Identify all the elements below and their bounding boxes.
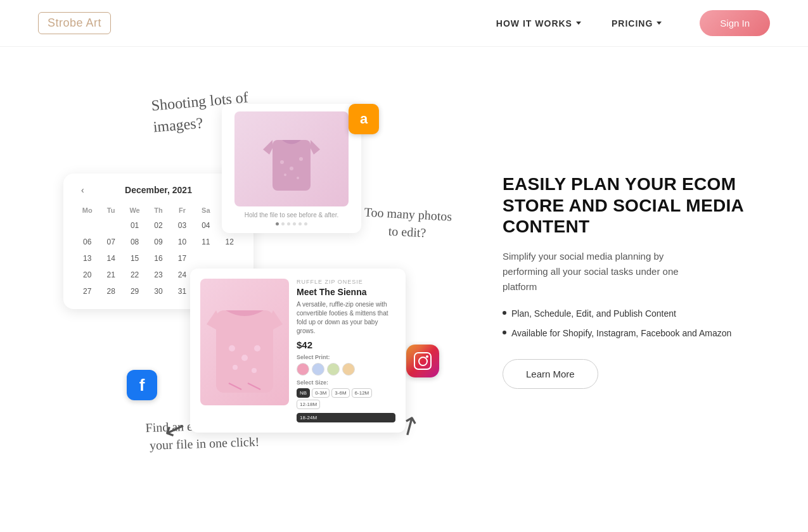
chevron-down-icon bbox=[576, 22, 581, 25]
listing-image bbox=[200, 279, 289, 405]
cal-day[interactable]: 23 bbox=[147, 267, 169, 282]
svg-point-7 bbox=[229, 345, 235, 352]
cal-day[interactable]: 28 bbox=[99, 284, 122, 299]
svg-point-5 bbox=[297, 177, 299, 179]
cal-day[interactable]: 07 bbox=[99, 234, 122, 250]
dot bbox=[304, 222, 307, 225]
bullet-item: Plan, Schedule, Edit, and Publish Conten… bbox=[503, 307, 770, 320]
chevron-down-icon bbox=[657, 22, 662, 25]
bullet-text: Plan, Schedule, Edit, and Publish Conten… bbox=[511, 307, 676, 320]
svg-point-1 bbox=[280, 160, 284, 164]
cal-day[interactable]: 14 bbox=[99, 251, 122, 266]
cal-day[interactable]: 10 bbox=[171, 234, 193, 250]
listing-onesie-illustration bbox=[207, 285, 283, 399]
cal-day[interactable]: 04 bbox=[195, 218, 217, 233]
bullet-list: Plan, Schedule, Edit, and Publish Conten… bbox=[503, 307, 770, 340]
dot bbox=[276, 222, 279, 225]
cal-day[interactable]: 29 bbox=[124, 284, 146, 299]
svg-point-11 bbox=[252, 368, 257, 373]
cal-day[interactable]: 17 bbox=[171, 251, 193, 266]
cal-day bbox=[99, 218, 122, 233]
cal-day[interactable]: 15 bbox=[124, 251, 146, 266]
left-illustration: Shooting lots ofimages? Too many photost… bbox=[63, 72, 465, 503]
print-label: Select Print: bbox=[297, 354, 395, 360]
card-caption: Hold the file to see before & after. bbox=[229, 212, 354, 218]
instagram-badge[interactable] bbox=[406, 345, 439, 377]
facebook-badge[interactable]: f bbox=[127, 370, 157, 400]
bullet-dot bbox=[503, 311, 506, 315]
main-content: Shooting lots ofimages? Too many photost… bbox=[0, 47, 808, 528]
section-subtitle: Simplify your social media planning by p… bbox=[503, 249, 705, 294]
svg-point-4 bbox=[284, 174, 286, 176]
listing-description: A versatile, ruffle-zip onesie with conv… bbox=[297, 300, 395, 336]
listing-price: $42 bbox=[297, 339, 395, 350]
dot bbox=[287, 222, 290, 225]
calendar-header: ‹ December, 2021 › bbox=[76, 184, 241, 196]
svg-point-9 bbox=[254, 345, 260, 352]
product-listing: RUFFLE ZIP ONESIE Meet The Sienna A vers… bbox=[190, 269, 406, 433]
swatch[interactable] bbox=[342, 363, 355, 376]
cal-day-header: Sa bbox=[195, 204, 217, 217]
logo[interactable]: Strobe Art bbox=[38, 12, 111, 34]
cal-day[interactable]: 06 bbox=[76, 234, 98, 250]
swatch[interactable] bbox=[312, 363, 324, 376]
cal-day[interactable]: 09 bbox=[147, 234, 169, 250]
bullet-item: Available for Shopify, Instagram, Facebo… bbox=[503, 327, 770, 340]
size-label: Select Size: bbox=[297, 379, 395, 386]
size-options: NB 0-3M 3-6M 6-12M 12-18M bbox=[297, 388, 395, 409]
learn-more-button[interactable]: Learn More bbox=[503, 359, 598, 389]
calendar-prev-button[interactable]: ‹ bbox=[76, 184, 89, 196]
svg-rect-0 bbox=[273, 140, 311, 191]
cal-day-header: Mo bbox=[76, 204, 98, 217]
svg-rect-6 bbox=[216, 310, 273, 393]
product-image bbox=[234, 111, 349, 206]
cal-day-header: Fr bbox=[171, 204, 193, 217]
svg-point-8 bbox=[241, 355, 248, 361]
bullet-dot bbox=[503, 331, 506, 334]
too-many-text: Too many photosto edit? bbox=[363, 203, 452, 243]
cal-day[interactable]: 27 bbox=[76, 284, 98, 299]
cal-day[interactable]: 08 bbox=[124, 234, 146, 250]
size-btn-3-6m[interactable]: 3-6M bbox=[331, 388, 349, 398]
nav-links: HOW IT WORKS PRICING bbox=[496, 18, 662, 28]
cal-day[interactable]: 22 bbox=[124, 267, 146, 282]
calendar-month: December, 2021 bbox=[125, 185, 192, 195]
cal-day[interactable]: 11 bbox=[195, 234, 217, 250]
nav-pricing[interactable]: PRICING bbox=[612, 18, 662, 28]
cal-day[interactable]: 20 bbox=[76, 267, 98, 282]
cal-day[interactable]: 12 bbox=[219, 234, 241, 250]
cal-day[interactable]: 03 bbox=[171, 218, 193, 233]
section-title: EASILY PLAN YOUR ECOMSTORE AND SOCIAL ME… bbox=[503, 174, 770, 238]
dot bbox=[293, 222, 296, 225]
cal-day bbox=[219, 251, 241, 266]
print-swatches bbox=[297, 363, 395, 376]
nav-how-it-works[interactable]: HOW IT WORKS bbox=[496, 18, 581, 28]
cal-day[interactable]: 16 bbox=[147, 251, 169, 266]
cal-day[interactable]: 30 bbox=[147, 284, 169, 299]
listing-title: Meet The Sienna bbox=[297, 286, 395, 298]
amazon-badge[interactable]: a bbox=[349, 104, 379, 134]
size-btn-12-18m[interactable]: 12-18M bbox=[297, 400, 320, 409]
cal-day-header: Th bbox=[147, 204, 169, 217]
navbar: Strobe Art HOW IT WORKS PRICING Sign In bbox=[0, 0, 808, 47]
cal-day[interactable]: 13 bbox=[76, 251, 98, 266]
cal-day[interactable]: 02 bbox=[147, 218, 169, 233]
onesie-illustration bbox=[260, 118, 323, 200]
listing-brand: RUFFLE ZIP ONESIE bbox=[297, 279, 395, 285]
size-btn-18-24m[interactable]: 18-24M bbox=[297, 413, 395, 422]
swatch[interactable] bbox=[297, 363, 309, 376]
cal-day bbox=[76, 218, 98, 233]
size-btn-nb[interactable]: NB bbox=[297, 388, 310, 398]
cal-day[interactable]: 21 bbox=[99, 267, 122, 282]
sign-in-button[interactable]: Sign In bbox=[700, 10, 770, 36]
listing-info: RUFFLE ZIP ONESIE Meet The Sienna A vers… bbox=[297, 279, 395, 422]
swatch[interactable] bbox=[327, 363, 340, 376]
cal-day[interactable]: 01 bbox=[124, 218, 146, 233]
instagram-icon bbox=[414, 352, 432, 370]
size-btn-0-3m[interactable]: 0-3M bbox=[312, 388, 330, 398]
svg-point-10 bbox=[233, 365, 238, 370]
bullet-text: Available for Shopify, Instagram, Facebo… bbox=[511, 327, 731, 340]
cal-day-header: We bbox=[124, 204, 146, 217]
svg-point-2 bbox=[290, 167, 293, 170]
size-btn-6-12m[interactable]: 6-12M bbox=[352, 388, 373, 398]
